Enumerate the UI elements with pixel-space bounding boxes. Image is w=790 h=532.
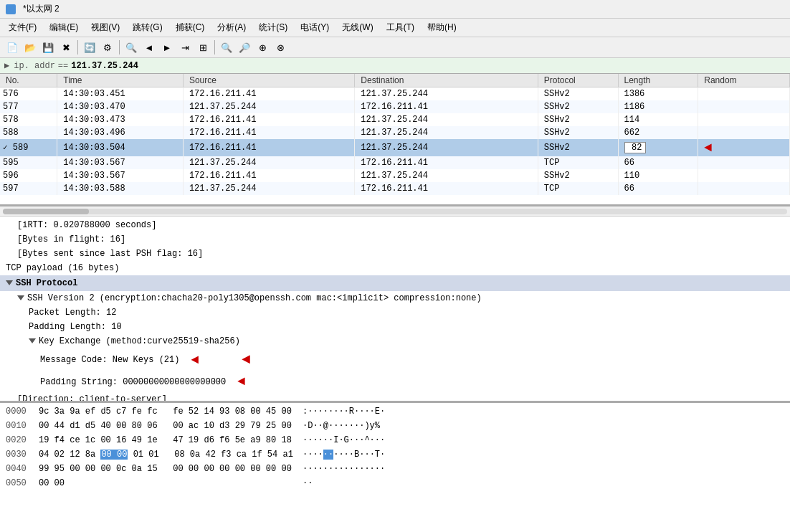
hex-offset-0030: 0030 [6,448,33,461]
toolbar-search[interactable]: 🔍 [123,39,139,55]
hex-offset-0050: 0050 [6,477,33,490]
cell-protocol: SSHv2 [538,113,618,126]
menu-item-g[interactable]: 跳转(G) [127,20,168,35]
table-header: No. Time Source Destination Protocol Len… [0,74,790,87]
cell-time: 14:30:03.567 [57,169,184,182]
filterbar: ▶ ip. addr == 121.37.25.244 [0,58,790,74]
table-row[interactable]: 57714:30:03.470121.37.25.244172.16.211.4… [0,100,790,113]
toolbar-sep2 [119,40,120,54]
toolbar-jump[interactable]: ⇥ [177,39,193,55]
cell-source: 172.16.211.41 [183,126,354,139]
cell-random [698,182,790,195]
hex-ascii-0010: ·D··@·······)y% [303,419,380,432]
detail-packet-length: Packet Length: 12 [0,305,790,320]
cell-destination: 121.37.25.244 [355,113,538,126]
cell-length: 66 [618,182,698,195]
hscroll-track[interactable] [3,209,787,214]
cell-no: 577 [0,100,57,113]
cell-destination: 121.37.25.244 [355,87,538,101]
cell-protocol: SSHv2 [538,169,618,182]
ssh-version-expand-icon [17,295,24,300]
hex-row-0000: 0000 9c 3a 9a ef d5 c7 fe fc fe 52 14 93… [0,404,790,419]
toolbar-new[interactable]: 📄 [4,39,20,55]
menu-item-c[interactable]: 捕获(C) [170,20,211,35]
toolbar-reload[interactable]: 🔄 [82,39,97,55]
table-row[interactable]: 59514:30:03.567121.37.25.244172.16.211.4… [0,156,790,169]
menu-item-v[interactable]: 视图(V) [85,20,125,35]
toolbar-back[interactable]: ◄ [141,39,157,55]
cell-random [698,113,790,126]
detail-padding-length: Padding Length: 10 [0,320,790,334]
hex-offset-0010: 0010 [6,419,33,432]
detail-ssh-section[interactable]: SSH Protocol [0,275,790,291]
col-dest: Destination [355,74,538,87]
cell-time: 14:30:03.451 [57,87,184,101]
cell-source: 121.37.25.244 [183,156,354,169]
toolbar-close[interactable]: ✖ [58,39,74,55]
table-row[interactable]: 57814:30:03.473172.16.211.41121.37.25.24… [0,113,790,126]
menu-item-f[interactable]: 文件(F) [3,20,42,35]
red-arrow-3: ◄ [237,372,245,391]
key-exchange-expand-icon [29,338,36,343]
toolbar-forward[interactable]: ► [159,39,175,55]
toolbar-zoom-custom[interactable]: ⊗ [272,39,288,55]
hex-bytes-0010: 00 44 d1 d5 40 00 80 06 00 ac 10 d3 29 7… [39,419,297,432]
packet-rows: 57614:30:03.451172.16.211.41121.37.25.24… [0,87,790,196]
toolbar-expand[interactable]: ⊞ [195,39,211,55]
cell-source: 172.16.211.41 [183,169,354,182]
hex-ascii-0020: ······I·G···^··· [303,434,385,447]
detail-key-exchange[interactable]: Key Exchange (method:curve25519-sha256) [0,334,790,348]
hex-row-0030: 0030 04 02 12 8a 00 00 01 01 08 0a 42 f3… [0,447,790,462]
col-source: Source [183,74,354,87]
cell-time: 14:30:03.588 [57,182,184,195]
cell-random: ◄ [698,139,790,156]
detail-ssh-version[interactable]: SSH Version 2 (encryption:chacha20-poly1… [0,291,790,305]
menubar: 文件(F)编辑(E)视图(V)跳转(G)捕获(C)分析(A)统计(S)电话(Y)… [0,19,790,37]
menu-item-a[interactable]: 分析(A) [211,20,252,35]
hscroll-thumb[interactable] [3,209,89,214]
table-row[interactable]: ✓ 58914:30:03.504172.16.211.41121.37.25.… [0,139,790,156]
menu-item-y[interactable]: 电话(Y) [295,20,335,35]
table-row[interactable]: 59614:30:03.567172.16.211.41121.37.25.24… [0,169,790,182]
cell-protocol: SSHv2 [538,139,618,156]
table-row[interactable]: 59714:30:03.588121.37.25.244172.16.211.4… [0,182,790,195]
toolbar-zoom-out[interactable]: 🔎 [237,39,252,55]
cell-random [698,100,790,113]
detail-direction: [Direction: client-to-server] [0,392,790,403]
menu-item-e[interactable]: 编辑(E) [44,20,84,35]
hex-ascii-0030: ··········B···T· [303,448,385,461]
hscroll-bar[interactable] [0,206,790,217]
toolbar-capture[interactable]: ⚙ [100,39,115,55]
menu-item-s[interactable]: 统计(S) [253,20,293,35]
menu-item-h[interactable]: 帮助(H) [422,20,462,35]
hex-dump: 0000 9c 3a 9a ef d5 c7 fe fc fe 52 14 93… [0,403,790,532]
packet-table: No. Time Source Destination Protocol Len… [0,74,790,195]
col-no: No. [0,74,57,87]
cell-destination: 172.16.211.41 [355,100,538,113]
cell-random [698,126,790,139]
cell-length: 114 [618,113,698,126]
cell-no: ✓ 589 [0,139,57,156]
cell-source: 172.16.211.41 [183,87,354,101]
menu-item-t[interactable]: 工具(T) [381,20,420,35]
detail-padding-string: Padding String: 00000000000000000000 ◄ [0,371,790,392]
filter-icon: ▶ [4,60,9,71]
cell-protocol: SSHv2 [538,100,618,113]
cell-time: 14:30:03.473 [57,113,184,126]
cell-destination: 172.16.211.41 [355,156,538,169]
cell-no: 596 [0,169,57,182]
toolbar: 📄 📂 💾 ✖ 🔄 ⚙ 🔍 ◄ ► ⇥ ⊞ 🔍 🔎 ⊕ ⊗ [0,37,790,58]
toolbar-zoom-reset[interactable]: ⊕ [254,39,270,55]
menu-item-w[interactable]: 无线(W) [336,20,379,35]
toolbar-zoom-in[interactable]: 🔍 [219,39,234,55]
detail-bytes-psh: [Bytes sent since last PSH flag: 16] [0,247,790,261]
toolbar-open[interactable]: 📂 [22,39,38,55]
cell-time: 14:30:03.496 [57,126,184,139]
table-row[interactable]: 57614:30:03.451172.16.211.41121.37.25.24… [0,87,790,101]
table-row[interactable]: 58814:30:03.496172.16.211.41121.37.25.24… [0,126,790,139]
cell-time: 14:30:03.470 [57,100,184,113]
filter-operator: == [58,61,68,71]
toolbar-save[interactable]: 💾 [40,39,56,55]
hex-ascii-0000: :········R····E· [303,405,385,418]
hex-row-0020: 0020 19 f4 ce 1c 00 16 49 1e 47 19 d6 f6… [0,433,790,447]
